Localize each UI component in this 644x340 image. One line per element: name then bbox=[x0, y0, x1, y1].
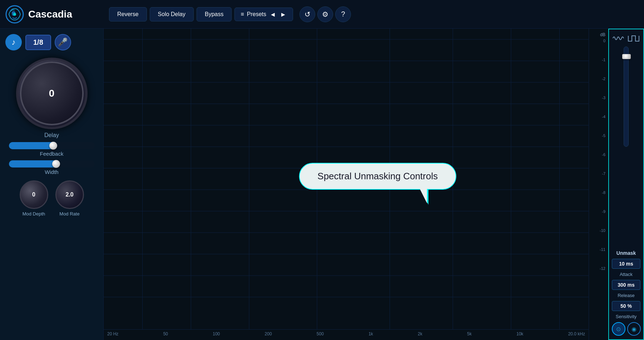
logo-icon bbox=[5, 5, 24, 24]
freq-axis: 20 Hz 50 100 200 500 1k 2k 5k 10k 20.0 k… bbox=[104, 329, 589, 340]
wave-icon-2[interactable] bbox=[627, 33, 641, 44]
visualizer: Spectral Unmasking Controls bbox=[104, 29, 589, 329]
wave-icon-1[interactable] bbox=[611, 33, 626, 44]
fader-icons bbox=[611, 33, 641, 44]
feedback-slider[interactable] bbox=[9, 142, 95, 149]
app-container: Cascadia Reverse Solo Delay Bypass ≡ Pre… bbox=[0, 0, 644, 340]
db-6: -6 bbox=[589, 153, 608, 157]
help-icon: ? bbox=[341, 10, 345, 18]
mod-depth-label: Mod Depth bbox=[23, 211, 45, 217]
db-7: -7 bbox=[589, 172, 608, 176]
presets-label: Presets bbox=[247, 11, 266, 18]
db-1: -1 bbox=[589, 58, 608, 62]
mod-depth-knob[interactable]: 0 bbox=[20, 180, 48, 209]
db-9: -9 bbox=[589, 210, 608, 214]
delay-knob-value: 0 bbox=[49, 88, 55, 99]
freq-label-20hz: 20 Hz bbox=[107, 331, 118, 336]
fader-thumb bbox=[622, 54, 631, 59]
help-button[interactable]: ? bbox=[335, 6, 351, 22]
ear-icon: ◉ bbox=[631, 326, 636, 332]
bottom-icons: ⊙ ◉ bbox=[612, 322, 641, 336]
freq-label-5k: 5k bbox=[467, 331, 472, 336]
db-4: -4 bbox=[589, 115, 608, 119]
freq-label-1k: 1k bbox=[368, 331, 373, 336]
sensitivity-value-button[interactable]: 50 % bbox=[612, 301, 640, 311]
mic-button[interactable]: 🎤 bbox=[55, 34, 71, 50]
width-slider-container: Width bbox=[9, 160, 95, 175]
settings-icon: ⚙ bbox=[322, 10, 328, 19]
target-icon: ⊙ bbox=[616, 326, 621, 332]
release-value-button[interactable]: 300 ms bbox=[612, 280, 640, 290]
ear-button[interactable]: ◉ bbox=[627, 322, 641, 336]
music-icon: ♪ bbox=[12, 38, 16, 47]
header-icon-buttons: ↺ ⚙ ? bbox=[299, 6, 351, 22]
bubble-body: Spectral Unmasking Controls bbox=[299, 163, 456, 190]
sensitivity-label: Sensitivity bbox=[616, 314, 637, 319]
mic-icon: 🎤 bbox=[58, 38, 68, 47]
db-11: -11 bbox=[589, 248, 608, 252]
target-button[interactable]: ⊙ bbox=[612, 322, 625, 336]
nav-buttons: Reverse Solo Delay Bypass ≡ Presets ◀ ▶ … bbox=[109, 6, 639, 22]
db-10: -10 bbox=[589, 229, 608, 233]
presets-next-button[interactable]: ▶ bbox=[279, 11, 287, 18]
attack-value-button[interactable]: 10 ms bbox=[612, 259, 640, 269]
freq-label-20khz: 20.0 kHz bbox=[568, 331, 585, 336]
music-button[interactable]: ♪ bbox=[5, 34, 22, 50]
fader-area bbox=[624, 47, 629, 247]
presets-prev-button[interactable]: ◀ bbox=[269, 11, 277, 18]
feedback-slider-container: Feedback bbox=[9, 142, 95, 157]
settings-button[interactable]: ⚙ bbox=[317, 6, 333, 22]
fader-track[interactable] bbox=[624, 47, 629, 147]
speech-bubble: Spectral Unmasking Controls bbox=[299, 163, 456, 190]
mod-depth-value: 0 bbox=[32, 191, 35, 198]
presets-area[interactable]: ≡ Presets ◀ ▶ bbox=[234, 8, 293, 21]
center-area: Spectral Unmasking Controls 20 Hz 50 100… bbox=[104, 29, 589, 340]
mod-rate-container: 2.0 Mod Rate bbox=[55, 180, 84, 217]
width-slider[interactable] bbox=[9, 160, 95, 167]
header: Cascadia Reverse Solo Delay Bypass ≡ Pre… bbox=[0, 0, 644, 29]
bypass-button[interactable]: Bypass bbox=[197, 7, 232, 21]
unmask-label: Unmask bbox=[616, 250, 636, 256]
top-controls: ♪ 1/8 🎤 bbox=[4, 34, 100, 50]
bubble-text: Spectral Unmasking Controls bbox=[317, 171, 438, 181]
width-slider-thumb bbox=[52, 160, 60, 168]
width-label: Width bbox=[9, 169, 95, 175]
reset-button[interactable]: ↺ bbox=[299, 6, 315, 22]
delay-knob-container: 0 Delay bbox=[16, 58, 88, 139]
freq-label-10k: 10k bbox=[516, 331, 523, 336]
mod-depth-container: 0 Mod Depth bbox=[20, 180, 48, 217]
db-2: -2 bbox=[589, 77, 608, 81]
db-unit-label: dB bbox=[589, 32, 608, 37]
freq-bottom-labels: 20 Hz 50 100 200 500 1k 2k 5k 10k 20.0 k… bbox=[107, 330, 585, 338]
freq-label-2k: 2k bbox=[418, 331, 422, 336]
db-scale: dB 0 -1 -2 -3 -4 -5 -6 -7 -8 -9 -10 -11 … bbox=[589, 29, 608, 340]
solo-delay-button[interactable]: Solo Delay bbox=[150, 7, 194, 21]
feedback-slider-thumb bbox=[49, 142, 57, 150]
left-sidebar: ♪ 1/8 🎤 0 Delay Feedback bbox=[0, 29, 104, 340]
logo-area: Cascadia bbox=[5, 5, 109, 24]
bubble-tail bbox=[420, 189, 427, 203]
freq-label-200: 200 bbox=[265, 331, 272, 336]
presets-icon: ≡ bbox=[241, 11, 244, 18]
db-8: -8 bbox=[589, 191, 608, 195]
attack-label: Attack bbox=[620, 272, 633, 277]
db-12: -12 bbox=[589, 267, 608, 271]
delay-knob[interactable]: 0 bbox=[16, 58, 88, 129]
db-0: 0 bbox=[589, 39, 608, 43]
db-5: -5 bbox=[589, 134, 608, 138]
feedback-label: Feedback bbox=[9, 151, 95, 157]
fraction-button[interactable]: 1/8 bbox=[25, 35, 51, 50]
mod-rate-knob[interactable]: 2.0 bbox=[55, 180, 84, 209]
freq-label-50: 50 bbox=[163, 331, 168, 336]
small-knobs-row: 0 Mod Depth 2.0 Mod Rate bbox=[20, 180, 84, 217]
delay-knob-label: Delay bbox=[44, 132, 59, 139]
mod-rate-value: 2.0 bbox=[65, 191, 73, 198]
release-label: Release bbox=[618, 293, 635, 298]
freq-label-500: 500 bbox=[317, 331, 324, 336]
mod-rate-label: Mod Rate bbox=[59, 211, 79, 217]
reverse-button[interactable]: Reverse bbox=[109, 7, 147, 21]
app-title: Cascadia bbox=[28, 9, 72, 20]
freq-label-100: 100 bbox=[213, 331, 220, 336]
reset-icon: ↺ bbox=[304, 10, 311, 19]
right-sidebar: Unmask 10 ms Attack 300 ms Release 50 % … bbox=[608, 29, 644, 340]
